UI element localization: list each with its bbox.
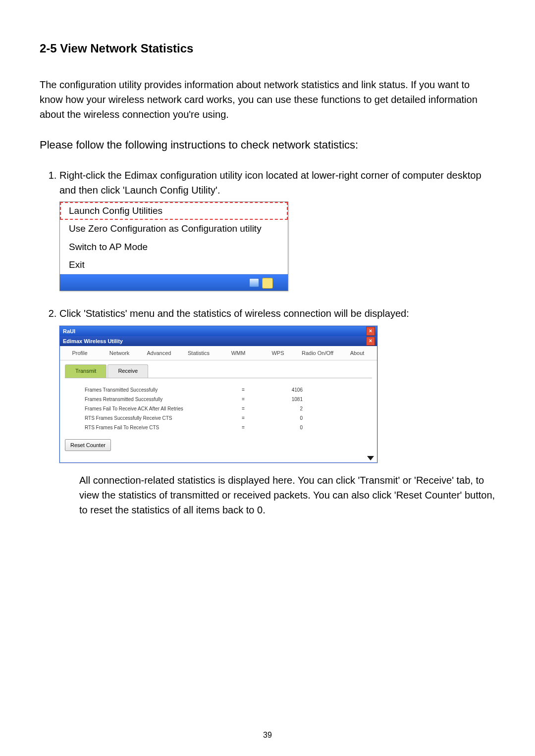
outer-title: RaUI (63, 327, 75, 336)
menu-profile[interactable]: Profile (60, 346, 100, 360)
tray-monitor-icon[interactable] (249, 278, 259, 287)
stat-value: 4106 (263, 386, 303, 394)
equals-sign: = (223, 386, 263, 394)
table-row: RTS Frames Fail To Receive CTS = 0 (85, 423, 372, 432)
step-2: Click 'Statistics' menu and the statisti… (59, 306, 495, 518)
equals-sign: = (223, 414, 263, 422)
tray-app-icon[interactable] (262, 278, 273, 289)
taskbar (60, 274, 288, 291)
table-row: RTS Frames Successfully Receive CTS = 0 (85, 413, 372, 423)
ctx-use-zero[interactable]: Use Zero Configuration as Configuration … (60, 220, 288, 238)
step-1-text: Right-click the Edimax configuration uti… (59, 170, 482, 196)
menu-advanced[interactable]: Advanced (139, 346, 179, 360)
menubar: Profile Network Advanced Statistics WMM … (60, 346, 377, 361)
menu-statistics[interactable]: Statistics (179, 346, 218, 360)
utility-window: RaUI × Edimax Wireless Utility × Profile… (59, 326, 377, 463)
inner-title: Edimax Wireless Utility (63, 337, 123, 346)
inner-titlebar: Edimax Wireless Utility × (60, 336, 377, 346)
equals-sign: = (223, 424, 263, 431)
table-row: Frames Retransmitted Successfully = 1081 (85, 395, 372, 404)
stats-block: Frames Transmitted Successfully = 4106 F… (60, 378, 377, 435)
intro-paragraph: The configuration utility provides infor… (40, 77, 495, 122)
ctx-launch-config[interactable]: Launch Config Utilities (60, 202, 288, 220)
window-footer (60, 456, 377, 462)
equals-sign: = (223, 405, 263, 412)
closing-paragraph: All connection-related statistics is dis… (59, 473, 495, 517)
step-1: Right-click the Edimax configuration uti… (59, 168, 495, 291)
table-row: Frames Transmitted Successfully = 4106 (85, 385, 372, 395)
context-menu-figure: Launch Config Utilities Use Zero Configu… (59, 202, 495, 291)
section-heading: 2-5 View Network Statistics (40, 40, 495, 57)
chevron-down-icon[interactable] (367, 456, 374, 460)
stat-label: RTS Frames Fail To Receive CTS (85, 424, 223, 431)
stat-label: Frames Transmitted Successfully (85, 386, 223, 394)
equals-sign: = (223, 396, 263, 403)
stat-value: 0 (263, 424, 303, 431)
outer-titlebar: RaUI × (60, 326, 377, 336)
stat-value: 1081 (263, 396, 303, 403)
menu-network[interactable]: Network (100, 346, 139, 360)
ctx-exit[interactable]: Exit (60, 256, 288, 274)
table-row: Frames Fail To Receive ACK After All Ret… (85, 404, 372, 413)
ctx-switch-ap[interactable]: Switch to AP Mode (60, 238, 288, 256)
instruction-line: Please follow the following instructions… (40, 137, 495, 153)
stat-label: Frames Retransmitted Successfully (85, 396, 223, 403)
reset-counter-button[interactable]: Reset Counter (65, 439, 111, 452)
menu-wps[interactable]: WPS (258, 346, 298, 360)
menu-wmm[interactable]: WMM (218, 346, 258, 360)
inner-close-icon[interactable]: × (366, 337, 375, 346)
stat-value: 0 (263, 414, 303, 422)
menu-radio[interactable]: Radio On/Off (298, 346, 337, 360)
stat-value: 2 (263, 405, 303, 412)
outer-close-icon[interactable]: × (366, 327, 375, 336)
steps-list: Right-click the Edimax configuration uti… (40, 168, 495, 518)
stat-label: RTS Frames Successfully Receive CTS (85, 414, 223, 422)
menu-about[interactable]: About (337, 346, 377, 360)
tab-transmit[interactable]: Transmit (65, 364, 107, 378)
stat-label: Frames Fail To Receive ACK After All Ret… (85, 405, 223, 412)
step-2-text: Click 'Statistics' menu and the statisti… (59, 308, 409, 319)
context-menu: Launch Config Utilities Use Zero Configu… (59, 202, 288, 291)
tabbar: Transmit Receive (65, 364, 372, 378)
tab-receive[interactable]: Receive (107, 364, 148, 378)
